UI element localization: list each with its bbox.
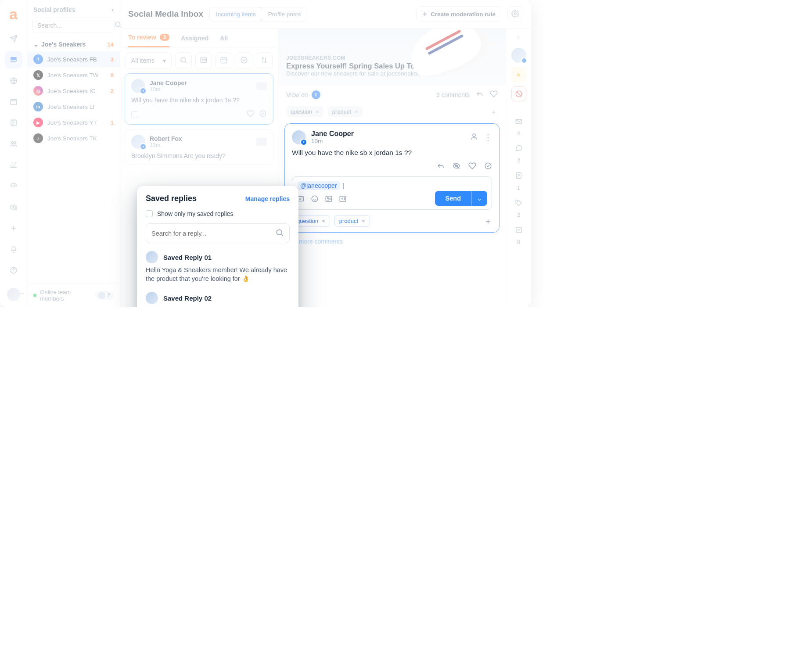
close-icon[interactable]: × (355, 108, 358, 115)
gear-icon (511, 10, 519, 19)
tab-assigned[interactable]: Assigned (181, 34, 208, 47)
tab-all[interactable]: All (220, 34, 228, 47)
profiles-search-input[interactable] (37, 22, 114, 29)
profile-item-li[interactable]: in Joe's Sneakers LI (27, 99, 120, 115)
online-team[interactable]: Online team members 2 (27, 283, 120, 307)
block-button[interactable] (511, 86, 526, 101)
info-tags-icon[interactable] (511, 195, 526, 210)
check-circle-icon[interactable] (484, 162, 492, 172)
avatar: f (292, 130, 306, 144)
nav-publish-icon[interactable] (5, 30, 22, 47)
add-tag-button[interactable]: ＋ (484, 216, 492, 226)
heart-icon[interactable] (490, 90, 498, 99)
heart-icon[interactable] (247, 110, 255, 119)
filter-status-button[interactable] (236, 52, 252, 69)
nav-team-icon[interactable] (5, 135, 22, 153)
nav-notifications-icon[interactable] (5, 241, 22, 258)
card-time: 10m (150, 86, 187, 93)
avatar: f (131, 79, 145, 93)
saved-replies-search-input[interactable] (151, 230, 275, 237)
svg-rect-1 (11, 100, 17, 105)
emoji-icon[interactable] (311, 195, 319, 205)
send-options-button[interactable]: ⌄ (471, 191, 487, 206)
image-icon[interactable] (325, 195, 333, 205)
tag-chip[interactable]: product× (328, 106, 363, 117)
close-icon[interactable]: × (362, 218, 365, 224)
close-icon[interactable]: × (322, 218, 325, 224)
info-inbox-icon[interactable] (511, 114, 526, 129)
assign-icon[interactable] (470, 133, 478, 142)
profile-item-ig[interactable]: ◎ Joe's Sneakers IG 2 (27, 83, 120, 99)
nav-analytics-icon[interactable] (5, 156, 22, 174)
profile-item-tw[interactable]: 𝕏 Joe's Sneakers TW 8 (27, 67, 120, 83)
app-logo: a (6, 6, 22, 22)
profiles-search[interactable] (32, 18, 115, 33)
filter-sort-button[interactable] (256, 52, 273, 69)
nav-help-icon[interactable] (5, 262, 22, 279)
saved-replies-search[interactable] (146, 223, 290, 243)
filter-date-button[interactable] (216, 52, 232, 69)
expand-info-icon[interactable]: ‹ (517, 34, 520, 41)
facebook-link-icon[interactable]: f (312, 90, 320, 99)
info-notes-icon[interactable] (511, 168, 526, 183)
svg-point-21 (327, 197, 328, 199)
gif-icon[interactable] (339, 195, 347, 205)
profile-label: Joe's Sneakers IG (47, 88, 96, 94)
heart-icon[interactable] (468, 162, 476, 172)
create-rule-button[interactable]: ＋ Create moderation rule (416, 6, 501, 22)
nav-user-avatar[interactable] (7, 288, 20, 301)
tag-chip[interactable]: question× (286, 106, 323, 117)
contact-avatar[interactable] (511, 48, 526, 63)
topbar: Social Media Inbox Incoming items Profil… (120, 0, 531, 29)
seg-incoming[interactable]: Incoming items (209, 7, 262, 22)
profile-label: Joe's Sneakers TK (47, 135, 97, 142)
seg-profile-posts[interactable]: Profile posts (262, 7, 307, 21)
inbox-card[interactable]: f Robert Fox 12m Brooklyn Simmons Are yo… (125, 129, 273, 165)
svg-point-14 (260, 111, 266, 117)
settings-button[interactable] (507, 6, 523, 22)
profile-item-tk[interactable]: ♪ Joe's Sneakers TK (27, 130, 120, 146)
post-meta: View on f 3 comments (278, 85, 506, 104)
hide-icon[interactable] (453, 162, 460, 172)
nav-calendar-icon[interactable] (5, 93, 22, 111)
profile-item-yt[interactable]: ▶ Joe's Sneakers YT 1 (27, 115, 120, 130)
collapse-icon[interactable]: ‹ (111, 6, 114, 13)
close-icon[interactable]: × (316, 108, 319, 115)
nav-dashboard-icon[interactable] (5, 177, 22, 195)
select-checkbox[interactable] (131, 111, 138, 118)
nav-add-icon[interactable] (5, 219, 22, 237)
saved-reply-body: Hello Yoga & Sneakers member! We already… (146, 266, 290, 283)
info-comments-icon[interactable] (511, 141, 526, 156)
online-label: Online team members (40, 289, 91, 302)
manage-replies-link[interactable]: Manage replies (245, 195, 290, 202)
saved-reply-item[interactable]: Saved Reply 02 Hi! We are fixing our sne… (137, 287, 298, 307)
filter-dropdown[interactable]: All items ▾ (126, 52, 172, 69)
svg-point-17 (485, 163, 491, 169)
show-mine-checkbox[interactable] (146, 210, 153, 217)
favorite-button[interactable]: ★ (511, 67, 526, 82)
reply-icon[interactable] (476, 90, 484, 99)
more-icon[interactable]: ⋮ (484, 133, 492, 142)
nav-listening-icon[interactable] (5, 72, 22, 90)
nav-library-icon[interactable] (5, 198, 22, 216)
check-circle-icon[interactable] (259, 110, 267, 119)
see-more-comments[interactable]: See more comments (278, 233, 506, 250)
add-tag-button[interactable]: ＋ (490, 107, 498, 117)
chevron-down-icon: ▾ (163, 57, 166, 64)
nav-notes-icon[interactable] (5, 114, 22, 132)
saved-reply-item[interactable]: Saved Reply 01 Hello Yoga & Sneakers mem… (137, 247, 298, 287)
profile-item-fb[interactable]: f Joe's Sneakers FB 3 (27, 51, 120, 67)
reply-composer[interactable]: @janecooper | Send ⌄ (292, 176, 492, 210)
card-name: Robert Fox (150, 135, 182, 142)
info-tasks-icon[interactable] (511, 223, 526, 237)
tag-chip[interactable]: product× (334, 215, 370, 227)
filter-search-button[interactable] (175, 52, 192, 69)
tab-to-review[interactable]: To review 3 (128, 34, 169, 47)
inbox-card[interactable]: f Jane Cooper 10m Will you have the nike… (125, 73, 273, 125)
send-button[interactable]: Send (435, 191, 471, 206)
filter-user-button[interactable] (195, 52, 212, 69)
svg-point-3 (11, 142, 13, 144)
reply-icon[interactable] (437, 162, 445, 172)
nav-inbox-icon[interactable] (5, 51, 22, 68)
profile-group[interactable]: ⌄Joe's Sneakers 14 (27, 37, 120, 51)
